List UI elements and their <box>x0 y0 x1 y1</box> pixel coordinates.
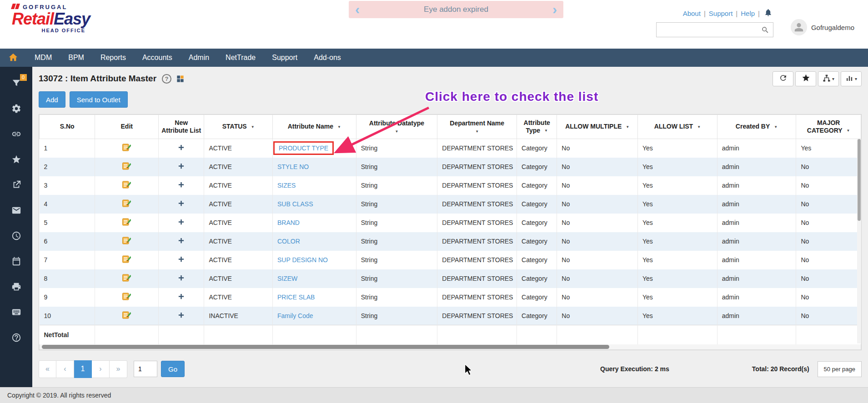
banner-next-icon[interactable]: › <box>552 3 557 16</box>
edit-icon[interactable] <box>122 276 131 283</box>
help-icon[interactable] <box>11 332 22 343</box>
attribute-name-link[interactable]: Family Code <box>277 312 313 319</box>
page-first-button[interactable]: « <box>39 360 56 378</box>
attribute-name-link[interactable]: PRICE SLAB <box>277 294 315 301</box>
edit-icon[interactable] <box>122 294 131 302</box>
sort-dropdown-icon[interactable]: ▼ <box>544 129 548 133</box>
header-link-support[interactable]: Support <box>709 10 733 17</box>
go-button[interactable]: Go <box>161 361 185 377</box>
add-attribute-icon[interactable] <box>178 238 185 245</box>
column-header-attribute-name[interactable]: Attribute Name▼ <box>272 115 356 139</box>
page-last-button[interactable]: » <box>110 360 127 378</box>
keyboard-icon[interactable] <box>11 307 22 318</box>
edit-icon[interactable] <box>122 164 131 171</box>
column-label: Created BY <box>736 123 770 130</box>
page-input[interactable] <box>134 361 157 377</box>
history-icon[interactable] <box>11 230 22 241</box>
page-next-button[interactable]: › <box>92 360 110 378</box>
column-header-department-name[interactable]: Department Name▼ <box>437 115 517 139</box>
column-header-allow-list[interactable]: ALLOW LIST▼ <box>638 115 717 139</box>
page-help-icon[interactable]: ? <box>162 74 171 84</box>
search-input[interactable] <box>657 23 758 37</box>
column-header-allow-multiple[interactable]: ALLOW MULTIPLE▼ <box>557 115 638 139</box>
sort-dropdown-icon[interactable]: ▼ <box>626 125 629 129</box>
vertical-scrollbar-thumb[interactable] <box>858 139 861 221</box>
header-link-help[interactable]: Help <box>741 10 755 17</box>
column-header-major-category[interactable]: MAJOR CATEGORY▼ <box>796 115 861 139</box>
mail-icon[interactable] <box>11 205 22 216</box>
attribute-name-link[interactable]: SIZEW <box>277 275 297 282</box>
sort-dropdown-icon[interactable]: ▼ <box>440 129 514 134</box>
add-attribute-icon[interactable] <box>178 219 185 227</box>
attribute-name-link[interactable]: STYLE NO <box>277 163 309 170</box>
hierarchy-button[interactable]: ▾ <box>818 71 839 86</box>
attribute-name-link[interactable]: SIZES <box>277 182 296 189</box>
nav-item-bpm[interactable]: BPM <box>60 49 92 67</box>
edit-icon[interactable] <box>122 239 131 246</box>
page-number-button[interactable]: 1 <box>74 360 92 378</box>
vertical-scrollbar[interactable] <box>857 139 861 343</box>
add-attribute-icon[interactable] <box>178 182 185 189</box>
horizontal-scrollbar-thumb[interactable] <box>42 345 609 349</box>
avatar <box>791 19 807 35</box>
header-link-about[interactable]: About <box>683 10 701 17</box>
nav-home[interactable] <box>0 49 26 67</box>
nav-item-add-ons[interactable]: Add-ons <box>306 49 349 67</box>
search-icon[interactable] <box>758 26 773 34</box>
add-attribute-icon[interactable] <box>178 275 185 283</box>
filter-icon[interactable]: 0 <box>11 78 22 89</box>
chart-button[interactable]: ▾ <box>841 71 862 86</box>
add-attribute-icon[interactable] <box>178 201 185 208</box>
add-attribute-icon[interactable] <box>178 164 185 171</box>
settings-icon[interactable] <box>11 103 22 114</box>
column-header-attribute-datatype[interactable]: Attribute Datatype▼ <box>356 115 437 139</box>
attribute-name-link[interactable]: COLOR <box>277 238 300 245</box>
link-icon[interactable] <box>11 129 22 139</box>
nav-item-admin[interactable]: Admin <box>181 49 217 67</box>
add-attribute-icon[interactable] <box>178 145 185 152</box>
add-button[interactable]: Add <box>39 91 65 108</box>
add-attribute-icon[interactable] <box>178 294 185 301</box>
banner-prev-icon[interactable]: ‹ <box>355 3 360 16</box>
send-to-outlet-button[interactable]: Send to Outlet <box>70 91 128 108</box>
nav-item-reports[interactable]: Reports <box>92 49 134 67</box>
edit-icon[interactable] <box>122 145 131 153</box>
calendar-icon[interactable] <box>11 256 22 267</box>
cell-major-category: No <box>796 232 861 251</box>
attribute-name-link[interactable]: BRAND <box>277 219 300 226</box>
nav-item-support[interactable]: Support <box>264 49 306 67</box>
refresh-button[interactable] <box>773 71 793 86</box>
user-menu[interactable]: Gofrugaldemo <box>791 19 854 35</box>
sort-dropdown-icon[interactable]: ▼ <box>774 125 778 129</box>
edit-icon[interactable] <box>122 257 131 264</box>
horizontal-scrollbar[interactable] <box>39 344 861 350</box>
sort-dropdown-icon[interactable]: ▼ <box>359 129 435 134</box>
sort-dropdown-icon[interactable]: ▼ <box>847 129 850 133</box>
sort-dropdown-icon[interactable]: ▼ <box>337 125 341 129</box>
column-header-status[interactable]: STATUS▼ <box>204 115 273 139</box>
column-header-created-by[interactable]: Created BY▼ <box>717 115 796 139</box>
sort-dropdown-icon[interactable]: ▼ <box>251 125 255 129</box>
edit-icon[interactable] <box>122 220 131 227</box>
sort-dropdown-icon[interactable]: ▼ <box>697 125 701 129</box>
nav-item-nettrade[interactable]: NetTrade <box>217 49 264 67</box>
send-icon[interactable] <box>11 179 22 190</box>
nav-item-mdm[interactable]: MDM <box>26 49 60 67</box>
print-icon[interactable] <box>11 281 22 292</box>
add-attribute-icon[interactable] <box>178 313 185 320</box>
attribute-name-link[interactable]: PRODUCT TYPE <box>279 144 328 152</box>
attribute-name-link[interactable]: SUB CLASS <box>277 200 313 208</box>
per-page-select[interactable]: 50 per page <box>818 361 862 377</box>
edit-icon[interactable] <box>122 201 131 209</box>
bell-icon[interactable] <box>764 8 773 18</box>
column-header-attribute-type[interactable]: Attribute Type▼ <box>517 115 557 139</box>
edit-icon[interactable] <box>122 313 131 320</box>
attribute-name-link[interactable]: SUP DESIGN NO <box>277 256 328 264</box>
edit-icon[interactable] <box>122 183 131 190</box>
add-attribute-icon[interactable] <box>178 257 185 264</box>
favorites-icon[interactable] <box>11 154 22 165</box>
nav-item-accounts[interactable]: Accounts <box>134 49 181 67</box>
grid-icon[interactable] <box>176 75 185 83</box>
page-prev-button[interactable]: ‹ <box>56 360 74 378</box>
favorite-button[interactable] <box>795 71 816 86</box>
